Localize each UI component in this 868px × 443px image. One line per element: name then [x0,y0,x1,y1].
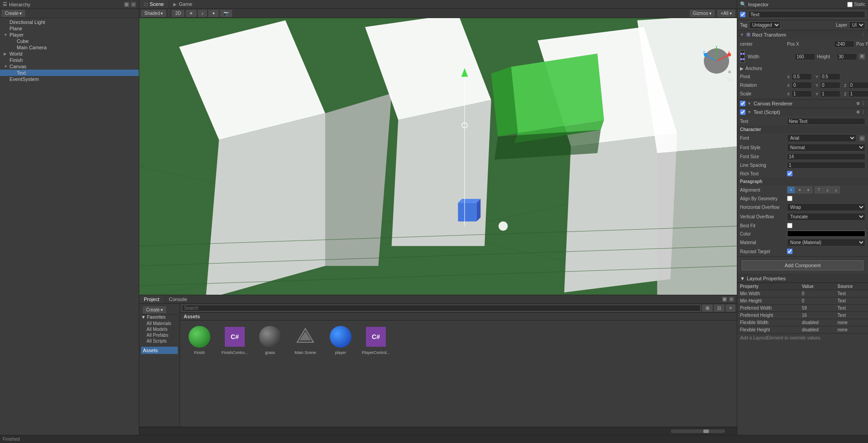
tab-project[interactable]: Project [139,295,164,303]
asset-finishcontro[interactable]: C# FinishContro... [219,324,251,355]
best-fit-checkbox[interactable] [787,223,792,228]
tree-item-canvas[interactable]: ▼ Canvas [0,63,139,70]
zoom-slider-thumb[interactable] [703,429,709,433]
width-input[interactable] [795,53,815,60]
font-size-input[interactable] [787,153,865,160]
tab-game[interactable]: ▶ Game [169,0,197,8]
align-top-btn[interactable]: ⊤ [815,186,823,193]
fx-button[interactable]: ✦ [209,10,218,17]
tree-item-finish[interactable]: Finish [0,57,139,63]
tab-console[interactable]: Console [164,295,192,303]
layout-props-header[interactable]: ▼ Layout Properties [737,274,868,283]
shaded-dropdown[interactable]: Shaded ▾ [141,10,166,17]
asset-grass-icon [257,324,283,349]
project-lock-btn[interactable]: ⊞ [722,297,727,302]
audio-button[interactable]: ♪ [198,10,207,17]
line-spacing-input[interactable] [787,162,865,169]
canvas-renderer-header[interactable]: ▼ Canvas Renderer ⚙ ⋮ [737,99,868,108]
object-name-input[interactable] [748,11,865,18]
canvas-renderer-checkbox[interactable] [740,101,745,106]
scale-z-input[interactable] [849,90,868,97]
fav-all-prefabs[interactable]: All Prefabs [141,332,178,338]
iso-label: Iso [727,77,733,82]
gizmos-button[interactable]: Gizmos ▾ [690,10,715,17]
fav-all-scripts[interactable]: All Scripts [141,338,178,344]
2d-button[interactable]: 2D [172,10,184,17]
assets-filter-btn[interactable]: ⊡ [714,305,724,311]
rot-y-input[interactable] [820,82,840,89]
h-overflow-select[interactable]: Wrap [787,203,865,211]
text-value-input[interactable] [787,118,865,125]
add-component-button[interactable]: Add Component [742,260,863,270]
tag-select[interactable]: Untagged [749,21,781,29]
rot-z-input[interactable] [849,82,868,89]
scale-x-input[interactable] [792,90,812,97]
assets-view-toggle[interactable]: ⊞ [702,305,712,311]
tree-item-eventsystem[interactable]: EventSystem [0,76,139,82]
align-left-btn[interactable]: ≡ [787,186,795,193]
zoom-slider-track[interactable] [671,429,725,433]
text-script-header[interactable]: ▼ Text (Script) ⚙ ⋮ [737,108,868,116]
rot-x-input[interactable] [792,82,812,89]
font-select[interactable]: Arial [787,134,856,142]
asset-grass[interactable]: grass [254,324,286,355]
scale-y-input[interactable] [820,90,840,97]
pivot-y-input[interactable] [820,73,840,80]
align-by-geo-checkbox[interactable] [787,196,792,201]
rect-transform-menu[interactable]: ⋮ [861,33,865,37]
v-overflow-select[interactable]: Truncate [787,213,865,221]
hierarchy-menu-btn[interactable]: × [131,2,136,7]
text-script-menu[interactable]: ⚙ ⋮ [856,110,865,114]
asset-playercontrol[interactable]: C# PlayerControl... [360,324,392,355]
hierarchy-lock-btn[interactable]: ⊞ [124,2,129,7]
tree-item-main-camera[interactable]: Main Camera [0,44,139,51]
alllayers-button[interactable]: +All ▾ [717,10,735,17]
hierarchy-create-button[interactable]: Create ▾ [2,10,25,17]
fav-all-materials[interactable]: All Materials [141,320,178,326]
layer-select[interactable]: UI [849,21,865,29]
inspector-panel: 🔍 Inspector Static Tag Untagged Layer UI [737,0,868,435]
canvas-renderer-menu[interactable]: ⚙ ⋮ [856,101,865,106]
assets-section-btn[interactable]: Assets [141,347,178,354]
tree-item-directional-light[interactable]: Directional Light [0,19,139,25]
asset-player[interactable]: player [325,324,356,355]
align-center-btn[interactable]: ≡ [796,186,804,193]
anchor-preset-box[interactable] [740,50,745,63]
align-bottom-btn[interactable]: ⊥ [832,186,840,193]
fav-all-models[interactable]: All Models [141,326,178,332]
tree-item-cube[interactable]: Cube [0,38,139,44]
static-checkbox[interactable] [847,2,853,7]
project-close-btn[interactable]: × [729,297,734,302]
pos-x-input[interactable] [834,41,854,47]
assets-search-input[interactable] [182,305,701,311]
color-swatch[interactable] [787,231,865,237]
active-checkbox[interactable] [740,12,745,17]
align-right-btn[interactable]: ≡ [804,186,812,193]
pivot-x-input[interactable] [792,73,812,80]
raycast-checkbox[interactable] [787,249,792,254]
tab-scene[interactable]: ⬡ Scene [139,0,169,8]
constrain-btn[interactable]: R [859,53,865,60]
tree-item-text[interactable]: Text [0,70,139,76]
asset-finish-label: Finish [194,350,205,355]
font-target-btn[interactable]: ⊙ [859,135,865,141]
material-select[interactable]: None (Material) [787,239,865,246]
scene-view[interactable]: Y X Z ⊕ Iso [139,18,737,295]
camera-button[interactable]: 📷 [220,10,232,17]
lighting-button[interactable]: ☀ [186,10,196,17]
project-create-button[interactable]: Create ▾ [143,306,166,313]
rect-transform-header[interactable]: ▼ ⊞ Rect Transform ⋮ [737,30,868,39]
text-script-checkbox[interactable] [740,109,745,115]
tree-arrow: ▼ [4,33,8,37]
height-input[interactable] [837,53,857,60]
font-style-select[interactable]: Normal [787,144,865,151]
align-middle-btn[interactable]: ⊥ [823,186,831,193]
asset-main-scene[interactable]: Main Scene [289,324,321,355]
anchors-section[interactable]: ▶ Anchors [737,65,868,72]
assets-close-btn[interactable]: × [726,305,735,311]
asset-finish[interactable]: Finish [184,324,215,355]
rich-text-checkbox[interactable] [787,171,792,176]
tree-item-player[interactable]: ▼ Player [0,32,139,38]
tree-item-world[interactable]: ▶ World [0,51,139,57]
tree-item-plane[interactable]: Plane [0,25,139,32]
